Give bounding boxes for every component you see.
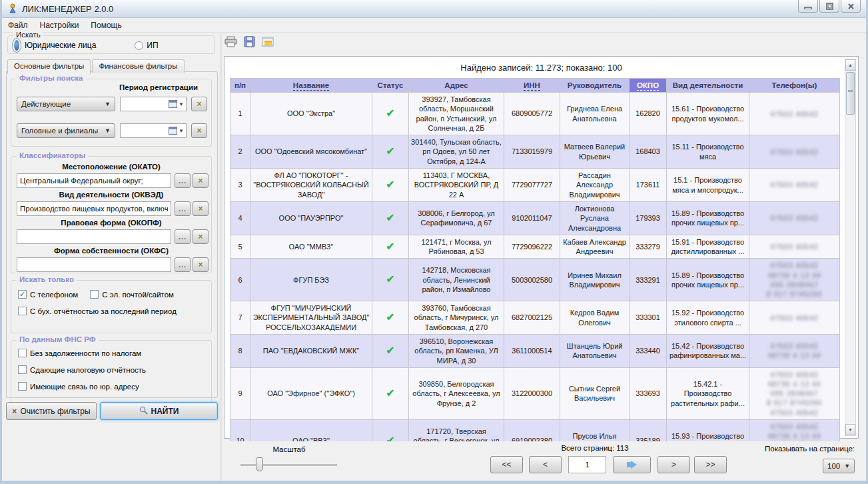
activity: 15.92 - Производство этилового спирта ..… xyxy=(667,301,749,335)
scrollbar-up-button[interactable]: ▲ xyxy=(845,59,855,71)
column-header[interactable]: ИНН xyxy=(504,79,560,93)
checkbox-icon: ✓ xyxy=(18,290,27,299)
head-name: Матвеев Валерий Юрьевич xyxy=(560,135,630,169)
address: 309850, Белгородская область, г Алексеев… xyxy=(409,367,504,419)
chevron-down-icon: ▼ xyxy=(105,127,111,134)
checkbox[interactable]: С бух. отчётностью за последний период xyxy=(18,307,177,315)
per-page-select[interactable]: 100▼ xyxy=(823,459,855,473)
head-name: Рассадин Александр Владимирович xyxy=(560,169,630,202)
minimize-button[interactable] xyxy=(798,0,818,13)
table-row[interactable]: 7ФГУП "МИЧУРИНСКИЙ ЭКСПЕРИМЕНТАЛЬНЫЙ ЗАВ… xyxy=(230,301,840,335)
table-row[interactable]: 5ОАО "ММВЗ"✔121471, г Москва, ул Рябинов… xyxy=(230,235,840,259)
page-input[interactable] xyxy=(568,456,606,473)
checkbox[interactable]: Без задолженности по налогам xyxy=(18,349,193,357)
next-page-button[interactable]: > xyxy=(657,456,690,473)
column-header[interactable]: Телефон(ы) xyxy=(749,79,840,93)
menu-item[interactable]: Помощь xyxy=(85,19,127,31)
okpo: 168403 xyxy=(630,135,667,169)
checkbox[interactable]: Сдающие налоговую отчётность xyxy=(18,365,193,374)
menu-item[interactable]: Настройки xyxy=(34,19,85,31)
print-button[interactable] xyxy=(223,34,238,49)
inn: 3122000300 xyxy=(504,367,560,419)
clear-classifier-button[interactable]: × xyxy=(193,229,209,244)
menu-item[interactable]: Файл xyxy=(2,19,34,31)
maximize-button[interactable] xyxy=(819,0,839,13)
clear-filters-button[interactable]: × Очистить фильтры xyxy=(6,402,97,420)
scrollbar-thumb[interactable] xyxy=(846,72,855,115)
table-row[interactable]: 9ОАО "Эфирное" ("ЭФКО")✔309850, Белгород… xyxy=(230,367,840,419)
filter-tab[interactable]: Финансовые фильтры xyxy=(92,59,184,73)
status: ✔ xyxy=(372,93,409,135)
classifier-input[interactable] xyxy=(17,229,171,244)
save-button[interactable] xyxy=(242,34,256,49)
column-header[interactable]: Руководитель xyxy=(560,79,630,93)
radio-icon xyxy=(135,41,143,50)
scrollbar-track[interactable]: ▲ ▼ xyxy=(845,59,856,436)
splitter[interactable] xyxy=(220,32,222,481)
close-button[interactable] xyxy=(841,0,861,13)
table-row[interactable]: 8ПАО "ЕВДАКОВСКИЙ МЖК"✔396510, Воронежск… xyxy=(230,335,840,368)
footer-bar: Масштаб Всего страниц: 113 << < > >> Пок… xyxy=(224,441,859,480)
head-name: Кабаев Александр Андреевич xyxy=(560,235,630,259)
first-page-button[interactable]: << xyxy=(490,456,523,473)
checkbox[interactable]: С эл. почтой/сайтом xyxy=(90,290,174,299)
column-header[interactable]: ОКПО xyxy=(630,79,667,93)
status: ✔ xyxy=(372,367,409,419)
okpo: 333440 xyxy=(630,335,667,368)
scrollbar-down-button[interactable]: ▼ xyxy=(845,424,855,435)
table-row[interactable]: 1ООО "Экстра"✔393927, Тамбовская область… xyxy=(230,93,840,135)
clear-classifier-button[interactable]: × xyxy=(193,257,209,272)
radio-option[interactable]: ИП xyxy=(135,41,158,50)
column-header[interactable]: Адрес xyxy=(409,79,504,93)
go-page-button[interactable] xyxy=(613,456,651,473)
table-row[interactable]: 3ФЛ АО "ПОКОТОРГ" - "ВОСТРЯКОВСКИЙ КОЛБА… xyxy=(230,169,840,202)
status-select[interactable]: Действующие▼ xyxy=(17,97,115,111)
filter-tab[interactable]: Основные фильтры xyxy=(7,59,91,74)
table-row[interactable]: 4ООО "ПАУЭРПРО"✔308006, г Белгород, ул С… xyxy=(230,201,840,235)
clear-date-to-button[interactable]: × xyxy=(191,123,207,138)
classifier-input[interactable] xyxy=(17,173,171,188)
last-page-button[interactable]: >> xyxy=(694,456,727,473)
phones-redacted: 47503 4054248736 4 13 44495 28484678 917… xyxy=(749,367,840,419)
status-ok-icon: ✔ xyxy=(386,145,394,157)
browse-button[interactable]: ... xyxy=(175,257,191,272)
table-row[interactable]: 6ФГУП БЭЗ✔142718, Московская область, Ле… xyxy=(230,259,840,301)
find-button[interactable]: НАЙТИ xyxy=(100,402,218,420)
browse-button[interactable]: ... xyxy=(175,229,191,244)
columns-button[interactable] xyxy=(260,34,275,49)
inn: 7729096222 xyxy=(504,235,560,259)
slider-thumb[interactable] xyxy=(256,457,263,471)
date-from-input[interactable]: ▼ xyxy=(120,97,187,111)
chevron-down-icon: ▼ xyxy=(179,128,184,134)
phones-redacted: 47503 40542 xyxy=(749,235,840,259)
checkbox[interactable]: Имеющие связь по юр. адресу xyxy=(18,382,193,391)
okpo: 162820 xyxy=(630,93,667,135)
clear-classifier-button[interactable]: × xyxy=(193,201,209,216)
period-label: Период регистрации xyxy=(119,83,198,91)
search-type-group: Искать Юридические лица ИП xyxy=(7,35,215,54)
clear-classifier-button[interactable]: × xyxy=(193,173,209,188)
date-to-input[interactable]: ▼ xyxy=(120,123,187,138)
clear-date-from-button[interactable]: × xyxy=(191,97,207,111)
browse-button[interactable]: ... xyxy=(175,173,191,188)
classifier-input[interactable] xyxy=(17,257,171,272)
column-header[interactable]: п/п xyxy=(230,79,250,93)
radio-option[interactable]: Юридические лица xyxy=(12,38,96,53)
company-name: ФГУП БЭЗ xyxy=(250,259,372,301)
company-name: ОАО "Эфирное" ("ЭФКО") xyxy=(250,367,372,419)
classifier-input[interactable] xyxy=(17,201,171,216)
inn: 7729077727 xyxy=(504,169,560,202)
okpo: 173611 xyxy=(630,169,667,202)
browse-button[interactable]: ... xyxy=(175,201,191,216)
column-header[interactable]: Статус xyxy=(372,79,409,93)
column-header[interactable]: Вид деятельности xyxy=(667,79,749,93)
checkbox-label: С бух. отчётностью за последний период xyxy=(30,307,177,315)
branch-select[interactable]: Головные и филиалы▼ xyxy=(17,123,115,138)
column-header[interactable]: Название xyxy=(250,79,372,93)
checkbox[interactable]: ✓ С телефоном xyxy=(18,290,78,299)
prev-page-button[interactable]: < xyxy=(529,456,562,473)
table-row[interactable]: 2ООО "Одоевский мясокомбинат"✔301440, Ту… xyxy=(230,135,840,169)
radio-label: ИП xyxy=(147,41,158,50)
scale-slider[interactable] xyxy=(240,464,337,466)
activity: 15.11 - Производство мяса xyxy=(667,135,749,169)
